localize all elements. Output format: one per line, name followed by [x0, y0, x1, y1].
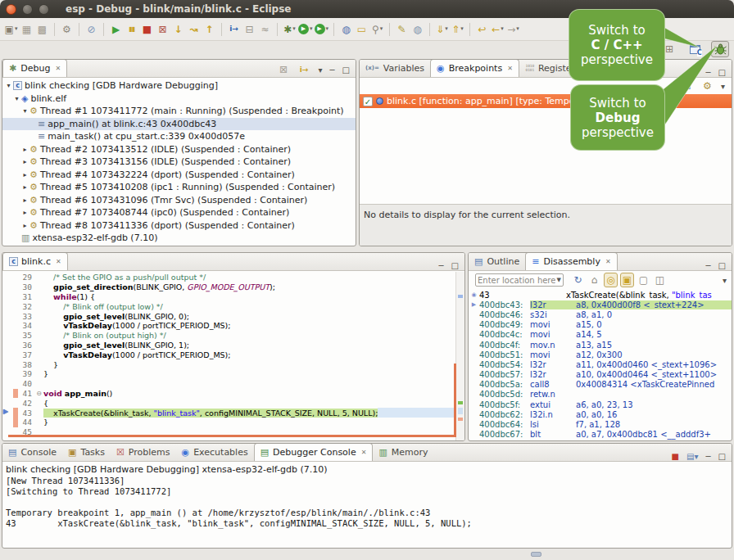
- disassembly-row[interactable]: 400dbc67:blta0, a7, 0x400dbc81 <__adddf3…: [469, 430, 732, 440]
- code-line[interactable]: 39}: [2, 369, 464, 379]
- code-line[interactable]: 41⊖void app_main(): [2, 389, 464, 399]
- expand-arrow-icon[interactable]: ▸: [21, 209, 29, 216]
- track-expression-icon[interactable]: ▣: [620, 273, 634, 287]
- editor-ruler[interactable]: [2, 311, 13, 321]
- disassembly-content[interactable]: ◉43xTaskCreate(&blink_task, "blink_tas▶4…: [469, 289, 732, 441]
- code-line[interactable]: 36 gpio_set_level(BLINK_GPIO, 1);: [2, 341, 464, 350]
- open-browser-icon[interactable]: ◍: [410, 22, 424, 37]
- code-line[interactable]: 35 /* Blink on (output high) */: [2, 331, 464, 341]
- expand-arrow-icon[interactable]: ▸: [21, 222, 29, 229]
- code-line[interactable]: 44}: [2, 418, 464, 427]
- new-wizard-icon[interactable]: ▣▾: [4, 22, 18, 37]
- view-menu-icon[interactable]: ▾: [318, 65, 322, 75]
- editor-ruler[interactable]: [2, 389, 13, 399]
- tab-breakpoints[interactable]: ◉ Breakpoints ✕: [430, 59, 519, 77]
- step-return-icon[interactable]: ↑: [202, 22, 216, 37]
- disassembly-row[interactable]: 400dbc6a:bnonea0, a1, 0x400dbc8b <__addd…: [469, 440, 732, 441]
- debug-tree-item[interactable]: ▾⚙Thread #1 1073411772 (main : Running) …: [2, 105, 356, 118]
- run-launch-icon[interactable]: ▶▾: [298, 22, 313, 37]
- editor-ruler[interactable]: ▶: [2, 408, 13, 418]
- disassembly-row[interactable]: 400dbc4c:movia14, 5: [469, 330, 732, 340]
- terminate-icon[interactable]: ■: [140, 22, 154, 37]
- code-line[interactable]: 31 while(1) {: [2, 292, 464, 302]
- disassembly-row[interactable]: 400dbc57:l32ra10, 0x400d0464 <_stext+110…: [469, 370, 732, 380]
- view-menu-icon[interactable]: ▾: [721, 82, 725, 91]
- debug-tree-item[interactable]: ▥xtensa-esp32-elf-gdb (7.10): [2, 232, 356, 245]
- home-icon[interactable]: ⌂: [587, 273, 601, 287]
- expand-arrow-icon[interactable]: ▸: [21, 146, 29, 153]
- expand-arrow-icon[interactable]: ▾: [13, 95, 20, 102]
- debug-perspective-button[interactable]: [711, 41, 729, 57]
- debug-tree-item[interactable]: ≡main_task() at cpu_start.c:339 0x400d05…: [2, 130, 356, 143]
- debug-tree-item[interactable]: ▸⚙Thread #4 1073432224 (dport) (Suspende…: [2, 169, 356, 182]
- save-all-icon[interactable]: ▩: [35, 22, 49, 37]
- editor-ruler[interactable]: [2, 273, 13, 282]
- disassembly-row[interactable]: 400dbc4f:mov.na13, a15: [469, 340, 732, 350]
- refresh-icon[interactable]: ↻: [571, 273, 585, 287]
- editor-ruler[interactable]: [2, 301, 13, 311]
- tab-debug[interactable]: ✱ Debug ✕: [2, 59, 67, 77]
- minimize-view-icon[interactable]: ─: [439, 261, 444, 270]
- next-annotation-icon[interactable]: ⇓▾: [435, 22, 449, 37]
- instruction-toggle-icon[interactable]: i→: [297, 62, 310, 77]
- disassembly-row[interactable]: 400dbc5d:retw.n: [469, 390, 732, 400]
- code-line[interactable]: 32 /* Blink off (output low) */: [2, 301, 464, 311]
- link-with-debug-icon[interactable]: ⊞: [680, 79, 694, 93]
- debug-tree-item[interactable]: ▸⚙Thread #2 1073413512 (IDLE) (Suspended…: [2, 143, 356, 156]
- window-maximize-button[interactable]: [39, 4, 49, 15]
- editor-ruler[interactable]: [2, 359, 13, 369]
- code-line[interactable]: ▶43 xTaskCreate(&blink_task, "blink_task…: [2, 408, 464, 418]
- close-icon[interactable]: ✕: [361, 449, 367, 456]
- disassembly-row[interactable]: 400dbc46:s32ia8, a1, 0: [469, 309, 732, 319]
- chevron-down-icon[interactable]: ▼: [557, 277, 561, 283]
- pin-view-icon[interactable]: ◫: [653, 273, 667, 287]
- close-icon[interactable]: ✕: [56, 258, 61, 265]
- tab-outline[interactable]: ▤ Outline: [469, 252, 525, 270]
- step-filters-icon[interactable]: ≈: [258, 22, 272, 37]
- editor-ruler[interactable]: [2, 282, 13, 292]
- display-console-icon[interactable]: ▤▾: [686, 452, 698, 461]
- code-line[interactable]: 29 /* Set the GPIO as a push/pull output…: [2, 273, 464, 282]
- fold-marker-icon[interactable]: ⊖: [34, 390, 43, 397]
- debug-tree-item[interactable]: ▸⚙Thread #5 1073410208 (ipc1 : Running) …: [2, 181, 356, 194]
- editor-ruler[interactable]: [2, 331, 13, 341]
- minimize-view-icon[interactable]: ─: [706, 452, 711, 461]
- debug-tree-item[interactable]: ≡app_main() at blink.c:43 0x400dbc43: [2, 118, 356, 131]
- editor-ruler[interactable]: [2, 398, 13, 408]
- close-icon[interactable]: ✕: [507, 65, 513, 72]
- back-icon[interactable]: ←▾: [491, 22, 505, 37]
- tab-memory[interactable]: ▥Memory: [373, 443, 433, 461]
- code-line[interactable]: 40: [2, 379, 464, 389]
- previous-annotation-icon[interactable]: ⇑▾: [451, 22, 464, 37]
- minimize-view-icon[interactable]: ─: [706, 68, 711, 77]
- disassembly-row[interactable]: 400dbc5a:call80x40084314 <xTaskCreatePin…: [469, 380, 732, 390]
- tab-debugger-console[interactable]: ▤Debugger Console✕: [254, 443, 374, 461]
- breakpoint-checkbox[interactable]: ✓: [363, 97, 373, 106]
- tab-executables[interactable]: ◉Executables: [176, 443, 254, 461]
- disassembly-row[interactable]: 400dbc62:l32i.na0, a0, 16: [469, 409, 732, 419]
- expand-arrow-icon[interactable]: ▸: [21, 158, 29, 165]
- tab-console[interactable]: ▤Console: [2, 443, 62, 461]
- code-line[interactable]: 30 gpio_set_direction(BLINK_GPIO, GPIO_M…: [2, 282, 464, 292]
- close-icon[interactable]: ✕: [55, 65, 61, 72]
- expand-arrow-icon[interactable]: ▸: [21, 171, 29, 178]
- minimize-view-icon[interactable]: ─: [706, 261, 711, 270]
- code-line[interactable]: 37 vTaskDelay(1000 / portTICK_PERIOD_MS)…: [2, 350, 464, 359]
- sash-handle[interactable]: [531, 552, 541, 557]
- debug-tree-item[interactable]: ▾cblink checking [GDB Hardware Debugging…: [2, 79, 356, 93]
- skip-all-breakpoints-icon[interactable]: ⊘: [84, 22, 98, 37]
- disassembly-row[interactable]: 400dbc51:movia12, 0x300: [469, 350, 732, 359]
- editor-ruler[interactable]: [2, 427, 13, 437]
- minimize-view-icon[interactable]: ─: [330, 65, 335, 75]
- disassembly-row[interactable]: 400dbc49:movia15, 0: [469, 320, 732, 330]
- code-line[interactable]: 38 }: [2, 359, 464, 369]
- open-element-icon[interactable]: ◍: [339, 22, 353, 37]
- build-icon[interactable]: ⚙: [60, 22, 74, 37]
- editor-ruler[interactable]: [2, 369, 13, 379]
- code-line[interactable]: 33 gpio_set_level(BLINK_GPIO, 0);: [2, 311, 464, 321]
- tab-disassembly[interactable]: ≡ Disassembly ✕: [525, 252, 617, 270]
- debug-tree-item[interactable]: ▾◈blink.elf: [2, 93, 356, 106]
- code-line[interactable]: 45: [2, 427, 464, 437]
- code-line[interactable]: 42{: [2, 398, 464, 408]
- editor-ruler[interactable]: [2, 350, 13, 359]
